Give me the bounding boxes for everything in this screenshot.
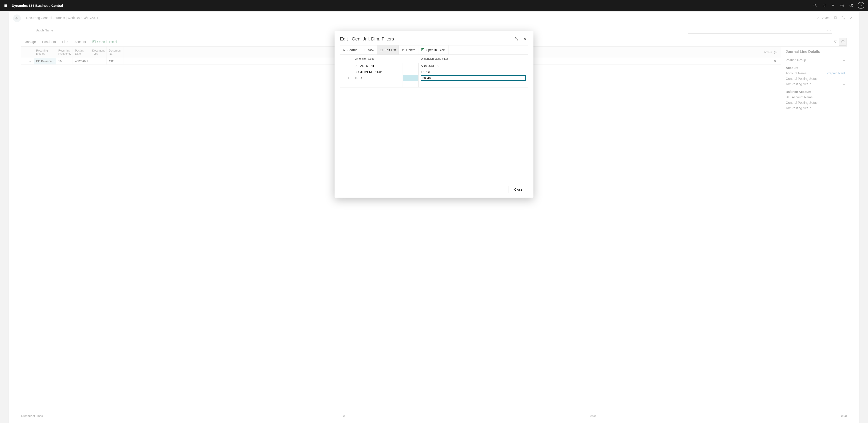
svg-rect-8 — [6, 6, 7, 7]
svg-rect-3 — [4, 5, 4, 6]
dimension-value-filter-input[interactable] — [421, 75, 526, 81]
bell-icon[interactable] — [819, 0, 829, 11]
svg-rect-0 — [4, 4, 4, 4]
dialog-new-button[interactable]: New — [360, 46, 377, 55]
svg-point-11 — [842, 5, 843, 6]
dialog-row[interactable]: AREA··· — [340, 75, 528, 81]
svg-rect-4 — [5, 5, 6, 6]
app-launcher-icon[interactable] — [2, 2, 9, 9]
close-icon[interactable] — [522, 36, 528, 42]
svg-line-22 — [515, 37, 517, 39]
dialog-col-dimension-code[interactable]: Dimension Code↑ — [352, 56, 403, 62]
svg-rect-6 — [4, 6, 4, 7]
dialog-row[interactable]: CUSTOMERGROUPLARGE — [340, 69, 528, 75]
search-icon[interactable] — [811, 0, 819, 11]
dialog-delete-button[interactable]: Delete — [399, 46, 418, 55]
app-title: Dynamics 365 Business Central — [12, 4, 63, 7]
svg-rect-1 — [5, 4, 6, 4]
svg-point-26 — [343, 49, 345, 51]
svg-rect-30 — [380, 49, 383, 51]
dialog-list-view-icon[interactable] — [520, 46, 528, 55]
dialog-cell-code[interactable]: DEPARTMENT — [352, 63, 403, 69]
dialog-close-button[interactable]: Close — [508, 186, 528, 193]
dialog-search-button[interactable]: Search — [340, 46, 360, 55]
row-arrow-icon — [346, 77, 350, 80]
svg-rect-7 — [5, 6, 6, 7]
dialog-cell-filter[interactable]: LARGE — [418, 69, 528, 75]
svg-rect-33 — [422, 49, 424, 51]
gear-icon[interactable] — [838, 0, 847, 11]
dialog-cell-code[interactable]: AREA — [352, 75, 403, 81]
svg-line-27 — [345, 51, 346, 51]
dim-filters-dialog: Edit - Gen. Jnl. Dim. Filters Search New… — [335, 31, 533, 198]
lookup-more-icon[interactable]: ··· — [522, 77, 525, 80]
svg-line-23 — [517, 39, 518, 40]
dialog-cell-filter[interactable]: ADM..SALES — [418, 63, 528, 69]
help-icon[interactable] — [847, 0, 856, 11]
dialog-title: Edit - Gen. Jnl. Dim. Filters — [340, 36, 394, 41]
svg-point-13 — [851, 6, 851, 6]
svg-rect-2 — [6, 4, 7, 4]
sort-up-icon: ↑ — [375, 58, 377, 60]
dialog-col-dimension-filter[interactable]: Dimension Value Filter — [418, 56, 528, 62]
flag-icon[interactable] — [829, 0, 838, 11]
expand-icon[interactable] — [514, 36, 520, 42]
dialog-row[interactable]: DEPARTMENTADM..SALES — [340, 63, 528, 69]
svg-line-10 — [815, 6, 817, 7]
svg-point-9 — [814, 4, 816, 6]
user-avatar[interactable]: IK — [858, 2, 864, 9]
dialog-cell-filter[interactable]: ··· — [418, 75, 528, 81]
dialog-edit-list-button[interactable]: Edit List — [377, 46, 399, 55]
dialog-cell-code[interactable]: CUSTOMERGROUP — [352, 69, 403, 75]
svg-rect-5 — [6, 5, 7, 6]
dialog-open-excel-button[interactable]: Open in Excel — [418, 46, 448, 55]
app-bar: Dynamics 365 Business Central IK — [0, 0, 868, 11]
